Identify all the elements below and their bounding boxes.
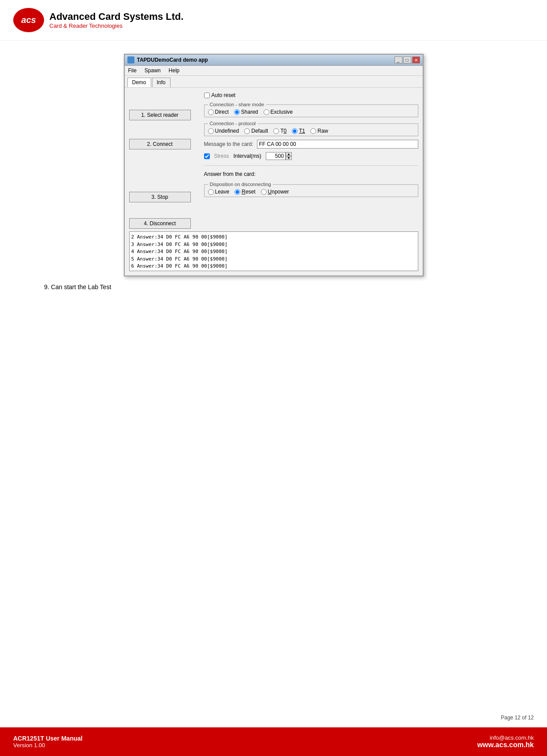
disp-leave[interactable]: Leave [208,189,230,195]
proto-t0-label: T0 [280,128,287,134]
proto-t0[interactable]: T0 [273,128,287,134]
dialog-body: Auto reset 1. Select reader 2. Connect 3… [125,87,423,276]
protocol-fieldset: Connection - protocol Undefined Default [204,121,418,136]
message-input[interactable] [257,140,418,149]
footer: ACR1251T User Manual Version 1.00 info@a… [0,727,547,756]
proto-undefined-radio[interactable] [208,128,214,134]
auto-reset-checkbox[interactable] [204,93,210,98]
connect-button[interactable]: 2. Connect [129,139,191,149]
log-line-2: 3 Answer:34 D0 FC A6 90 00[$9000] [131,241,416,249]
app-icon [127,56,134,63]
spinner-down-button[interactable]: ▼ [286,156,292,160]
share-exclusive[interactable]: Exclusive [264,109,293,115]
options-column: Connection - share mode Direct Shared [204,102,418,229]
stop-button[interactable]: 3. Stop [129,192,191,202]
disp-unpower-radio[interactable] [261,189,267,195]
tapdu-demo-dialog: TAPDUDemoCard demo app _ □ ✕ File Spawn … [124,54,424,276]
menubar: File Spawn Help [125,66,423,76]
logo-container: acs Advanced Card Systems Ltd. Card & Re… [13,8,183,32]
disp-leave-label: Leave [215,189,230,195]
protocol-radio-group: Undefined Default T0 [208,128,414,134]
spinner-buttons: ▲ ▼ [286,152,292,160]
interval-spinner: ▲ ▼ [266,152,292,160]
log-area: 2 Answer:34 D0 FC A6 90 00[$9000] 3 Answ… [129,231,418,271]
log-line-5: 6 Answer:34 D0 FC A6 90 00[$9000] [131,263,416,270]
disposition-radio-group: Leave Reset Unpower [208,189,414,195]
proto-t1-radio[interactable] [292,128,298,134]
log-line-4: 5 Answer:34 D0 FC A6 90 00[$9000] [131,256,416,263]
message-row: Message to the card: [204,140,418,149]
win-controls[interactable]: _ □ ✕ [394,56,420,63]
close-button[interactable]: ✕ [412,56,420,63]
share-exclusive-label: Exclusive [271,109,293,115]
stress-row: Stress Interval(ms) ▲ ▼ [204,152,418,160]
share-direct-label: Direct [215,109,229,115]
footer-version: Version 1.00 [13,742,82,749]
interval-input[interactable] [266,152,286,160]
step9-label: 9. Can start the Lab Test [44,283,111,290]
tab-info[interactable]: Info [152,78,171,87]
share-shared[interactable]: Shared [234,109,258,115]
disp-reset-radio[interactable] [234,189,240,195]
titlebar: TAPDUDemoCard demo app _ □ ✕ [125,55,423,66]
share-mode-legend: Connection - share mode [208,102,266,107]
maximize-button[interactable]: □ [403,56,411,63]
share-shared-radio[interactable] [234,109,240,115]
protocol-legend: Connection - protocol [208,121,258,126]
proto-default[interactable]: Default [244,128,268,134]
disp-reset-label: Reset [242,189,255,195]
page-number: Page 12 of 12 [501,715,534,721]
separator1 [204,165,418,166]
spinner-up-button[interactable]: ▲ [286,152,292,156]
tab-demo[interactable]: Demo [127,78,151,87]
menu-file[interactable]: File [127,67,138,74]
menu-help[interactable]: Help [167,67,182,74]
proto-t1[interactable]: T1 [292,128,305,134]
interval-label: Interval(ms) [234,153,261,159]
share-direct-radio[interactable] [208,109,214,115]
proto-raw-label: Raw [317,128,328,134]
footer-left: ACR1251T User Manual Version 1.00 [13,735,82,749]
company-name-block: Advanced Card Systems Ltd. Card & Reader… [49,11,183,29]
proto-raw[interactable]: Raw [310,128,328,134]
proto-undefined-label: Undefined [215,128,239,134]
message-label: Message to the card: [204,141,253,147]
dialog-title: TAPDUDemoCard demo app [137,57,208,63]
company-name-sub: Card & Reader Technologies [49,22,183,29]
footer-email: info@acs.com.hk [490,734,534,741]
proto-undefined[interactable]: Undefined [208,128,239,134]
proto-t0-radio[interactable] [273,128,279,134]
dialog-layout: 1. Select reader 2. Connect 3. Stop 4. D… [129,102,418,229]
disconnect-button[interactable]: 4. Disconnect [129,218,191,229]
auto-reset-label: Auto reset [212,92,236,98]
disp-unpower[interactable]: Unpower [261,189,289,195]
auto-reset-row: Auto reset [204,92,418,98]
select-reader-button[interactable]: 1. Select reader [129,110,191,120]
answer-label-row: Answer from the card: [204,171,418,177]
footer-manual: ACR1251T User Manual [13,735,82,742]
menu-spawn[interactable]: Spawn [143,67,163,74]
footer-right: info@acs.com.hk www.acs.com.hk [477,734,534,749]
company-name-main: Advanced Card Systems Ltd. [49,11,183,22]
main-content: TAPDUDemoCard demo app _ □ ✕ File Spawn … [0,41,547,306]
stress-label: Stress [214,153,229,159]
step9-text: 9. Can start the Lab Test [44,283,503,290]
share-direct[interactable]: Direct [208,109,229,115]
log-line-3: 4 Answer:34 D0 FC A6 90 00[$9000] [131,248,416,256]
page-header: acs Advanced Card Systems Ltd. Card & Re… [0,0,547,41]
share-exclusive-radio[interactable] [264,109,269,115]
minimize-button[interactable]: _ [394,56,402,63]
share-mode-radio-group: Direct Shared Exclusive [208,109,414,115]
answer-label: Answer from the card: [204,171,256,177]
proto-t1-label: T1 [299,128,305,134]
proto-raw-radio[interactable] [310,128,316,134]
proto-default-radio[interactable] [244,128,250,134]
proto-default-label: Default [251,128,268,134]
stress-checkbox[interactable] [204,153,210,159]
tab-bar: Demo Info [125,76,423,87]
disp-reset[interactable]: Reset [234,189,255,195]
logo-text: acs [21,15,36,25]
disp-leave-radio[interactable] [208,189,214,195]
button-column: 1. Select reader 2. Connect 3. Stop 4. D… [129,102,200,229]
log-line-1: 2 Answer:34 D0 FC A6 90 00[$9000] [131,234,416,241]
